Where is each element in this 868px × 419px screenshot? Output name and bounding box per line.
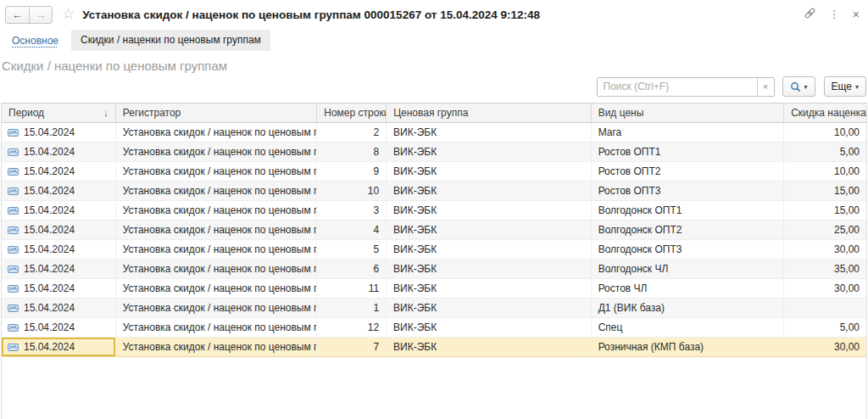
table-row[interactable]: 15.04.2024Установка скидок / наценок по … [2,142,866,162]
forward-button[interactable]: → [29,7,52,23]
search-input[interactable] [598,78,757,96]
cell-price_group[interactable]: ВИК-ЭБК [387,201,592,220]
cell-price_group[interactable]: ВИК-ЭБК [387,240,592,259]
cell-line_no[interactable]: 3 [317,201,387,220]
cell-line_no[interactable]: 10 [317,182,387,200]
column-header-2[interactable]: Номер строки [317,103,387,122]
cell-discount[interactable]: 15,00 [784,182,866,200]
column-header-3[interactable]: Ценовая группа [387,103,592,122]
cell-discount[interactable]: 10,00 [784,123,866,142]
cell-line_no[interactable]: 2 [317,123,387,142]
cell-registrar[interactable]: Установка скидок / наценок по ценовым гр… [116,142,318,161]
cell-period[interactable]: 15.04.2024 [2,279,116,298]
cell-period[interactable]: 15.04.2024 [2,123,116,142]
search-button[interactable]: ▾ [782,76,815,97]
cell-line_no[interactable]: 6 [317,260,387,278]
cell-price_group[interactable]: ВИК-ЭБК [387,162,592,181]
cell-price_group[interactable]: ВИК-ЭБК [387,338,592,356]
cell-registrar[interactable]: Установка скидок / наценок по ценовым гр… [116,123,318,142]
cell-discount[interactable]: 30,00 [784,240,866,259]
column-header-5[interactable]: Скидка наценка [784,103,866,122]
cell-price_kind[interactable]: Спец [592,318,785,337]
cell-discount[interactable]: 30,00 [784,279,866,298]
cell-registrar[interactable]: Установка скидок / наценок по ценовым гр… [116,221,318,239]
cell-price_group[interactable]: ВИК-ЭБК [387,123,592,142]
cell-price_kind[interactable]: Волгодонск ЧЛ [592,260,785,278]
cell-period[interactable]: 15.04.2024 [2,318,116,337]
favorite-star-icon[interactable]: ☆ [62,6,75,23]
back-button[interactable]: ← [6,7,29,23]
cell-price_kind[interactable]: Ростов ОПТ1 [592,142,785,161]
search-clear-icon[interactable]: × [757,78,774,96]
cell-period[interactable]: 15.04.2024 [2,299,116,317]
cell-price_kind[interactable]: Ростов ОПТ3 [592,182,785,200]
tab-main-link[interactable]: Основное [12,35,58,47]
column-header-1[interactable]: Регистратор [116,103,318,122]
cell-price_group[interactable]: ВИК-ЭБК [387,299,592,317]
more-button[interactable]: Еще ▾ [824,76,866,97]
cell-line_no[interactable]: 4 [317,221,387,239]
table-row[interactable]: 15.04.2024Установка скидок / наценок по … [2,318,866,338]
cell-registrar[interactable]: Установка скидок / наценок по ценовым гр… [116,299,318,317]
cell-line_no[interactable]: 7 [317,338,387,356]
table-row[interactable]: 15.04.2024Установка скидок / наценок по … [2,240,866,260]
cell-discount[interactable]: 25,00 [784,221,866,239]
close-icon[interactable]: × [853,8,860,21]
table-row[interactable]: 15.04.2024Установка скидок / наценок по … [2,182,866,201]
link-icon[interactable] [804,7,816,22]
cell-price_group[interactable]: ВИК-ЭБК [387,182,592,200]
table-row[interactable]: 15.04.2024Установка скидок / наценок по … [2,299,866,318]
cell-discount[interactable] [784,299,866,317]
cell-price_kind[interactable]: Волгодонск ОПТ1 [592,201,785,220]
table-row[interactable]: 15.04.2024Установка скидок / наценок по … [2,279,866,299]
table-row[interactable]: 15.04.2024Установка скидок / наценок по … [2,260,866,279]
cell-discount[interactable]: 15,00 [784,201,866,220]
cell-price_kind[interactable]: Мага [592,123,785,142]
cell-line_no[interactable]: 1 [317,299,387,317]
cell-price_group[interactable]: ВИК-ЭБК [387,142,592,161]
cell-period[interactable]: 15.04.2024 [2,201,116,220]
table-row[interactable]: 15.04.2024Установка скидок / наценок по … [2,201,866,221]
cell-discount[interactable]: 5,00 [784,142,866,161]
cell-price_group[interactable]: ВИК-ЭБК [387,318,592,337]
cell-registrar[interactable]: Установка скидок / наценок по ценовым гр… [116,260,318,278]
cell-period[interactable]: 15.04.2024 [2,260,116,278]
cell-registrar[interactable]: Установка скидок / наценок по ценовым гр… [116,162,318,181]
table-row[interactable]: 15.04.2024Установка скидок / наценок по … [2,338,866,357]
cell-registrar[interactable]: Установка скидок / наценок по ценовым гр… [116,338,318,356]
cell-line_no[interactable]: 9 [317,162,387,181]
cell-period[interactable]: 15.04.2024 [2,142,116,161]
table-row[interactable]: 15.04.2024Установка скидок / наценок по … [2,221,866,240]
cell-line_no[interactable]: 12 [317,318,387,337]
cell-line_no[interactable]: 11 [317,279,387,298]
cell-price_kind[interactable]: Ростов ОПТ2 [592,162,785,181]
cell-discount[interactable]: 35,00 [784,260,866,278]
cell-period[interactable]: 15.04.2024 [2,221,116,239]
cell-price_group[interactable]: ВИК-ЭБК [387,279,592,298]
cell-registrar[interactable]: Установка скидок / наценок по ценовым гр… [116,240,318,259]
cell-period[interactable]: 15.04.2024 [2,182,116,200]
cell-discount[interactable]: 5,00 [784,318,866,337]
table-row[interactable]: 15.04.2024Установка скидок / наценок по … [2,162,866,182]
cell-discount[interactable]: 30,00 [784,338,866,356]
cell-registrar[interactable]: Установка скидок / наценок по ценовым гр… [116,182,318,200]
more-menu-icon[interactable]: ⋮ [829,8,840,21]
column-header-0[interactable]: Период↓ [2,103,116,122]
cell-price_group[interactable]: ВИК-ЭБК [387,221,592,239]
cell-registrar[interactable]: Установка скидок / наценок по ценовым гр… [116,318,318,337]
cell-period[interactable]: 15.04.2024 [2,240,116,259]
cell-registrar[interactable]: Установка скидок / наценок по ценовым гр… [116,279,318,298]
cell-price_kind[interactable]: Волгодонск ОПТ2 [592,221,785,239]
cell-line_no[interactable]: 5 [317,240,387,259]
cell-price_kind[interactable]: Розничная (КМП база) [592,338,785,356]
cell-period[interactable]: 15.04.2024 [2,162,116,181]
tab-discounts-active[interactable]: Скидки / наценки по ценовым группам [71,30,270,51]
cell-line_no[interactable]: 8 [317,142,387,161]
cell-price_kind[interactable]: Д1 (ВИК база) [592,299,785,317]
column-header-4[interactable]: Вид цены [592,103,785,122]
table-row[interactable]: 15.04.2024Установка скидок / наценок по … [2,123,866,142]
cell-price_kind[interactable]: Ростов ЧЛ [592,279,785,298]
cell-price_kind[interactable]: Волгодонск ОПТ3 [592,240,785,259]
cell-discount[interactable]: 10,00 [784,162,866,181]
cell-price_group[interactable]: ВИК-ЭБК [387,260,592,278]
